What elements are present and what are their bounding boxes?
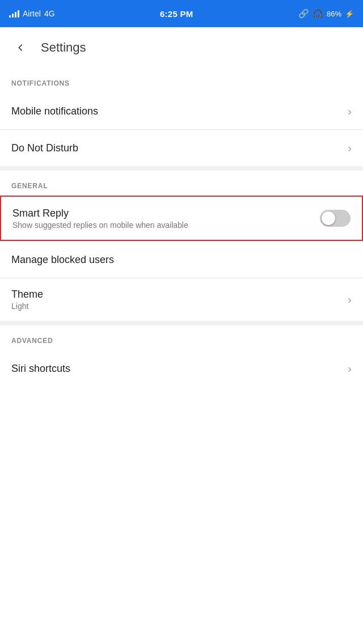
status-bar-time: 6:25 PM	[160, 9, 193, 19]
section-divider-1	[0, 166, 363, 171]
headphones-icon: 🎧	[313, 9, 323, 19]
general-section: GENERAL Smart Reply Show suggested repli…	[0, 171, 363, 321]
do-not-disturb-row[interactable]: Do Not Disturb ›	[0, 130, 363, 166]
notifications-section-label: NOTIFICATIONS	[0, 68, 363, 93]
section-divider-2	[0, 321, 363, 325]
mobile-notifications-chevron-icon: ›	[348, 105, 352, 118]
signal-bars-icon	[9, 10, 19, 18]
do-not-disturb-text: Do Not Disturb	[11, 142, 348, 154]
link-icon: 🔗	[298, 9, 309, 19]
theme-chevron-icon: ›	[348, 293, 352, 306]
general-section-label: GENERAL	[0, 171, 363, 196]
status-bar-right: 🔗 🎧 86% ⚡	[298, 9, 354, 19]
manage-blocked-users-title: Manage blocked users	[11, 254, 352, 266]
manage-blocked-users-text: Manage blocked users	[11, 254, 352, 266]
advanced-section-label: ADVANCED	[0, 325, 363, 350]
toggle-thumb	[322, 211, 335, 225]
status-bar: Airtel 4G 6:25 PM 🔗 🎧 86% ⚡	[0, 0, 363, 27]
siri-shortcuts-row[interactable]: Siri shortcuts ›	[0, 350, 363, 387]
app-bar: Settings	[0, 27, 363, 68]
theme-title: Theme	[11, 289, 348, 300]
theme-row[interactable]: Theme Light ›	[0, 278, 363, 321]
smart-reply-text: Smart Reply Show suggested replies on mo…	[12, 207, 320, 230]
do-not-disturb-chevron-icon: ›	[348, 142, 352, 155]
siri-shortcuts-title: Siri shortcuts	[11, 363, 348, 375]
back-chevron-icon	[14, 41, 27, 54]
smart-reply-toggle[interactable]	[320, 210, 351, 227]
theme-subtitle: Light	[11, 302, 348, 311]
battery-percent-label: 86%	[327, 10, 341, 18]
smart-reply-title: Smart Reply	[12, 207, 320, 219]
advanced-section: ADVANCED Siri shortcuts ›	[0, 325, 363, 387]
manage-blocked-users-row[interactable]: Manage blocked users	[0, 242, 363, 278]
mobile-notifications-title: Mobile notifications	[11, 105, 348, 117]
notifications-section: NOTIFICATIONS Mobile notifications › Do …	[0, 68, 363, 166]
page-title: Settings	[41, 40, 86, 55]
smart-reply-subtitle: Show suggested replies on mobile when av…	[12, 221, 320, 230]
mobile-notifications-row[interactable]: Mobile notifications ›	[0, 93, 363, 129]
siri-shortcuts-chevron-icon: ›	[348, 362, 352, 375]
toggle-track	[320, 210, 351, 227]
network-label: 4G	[44, 9, 55, 18]
back-button[interactable]	[9, 36, 32, 59]
carrier-label: Airtel	[23, 9, 41, 18]
smart-reply-row[interactable]: Smart Reply Show suggested replies on mo…	[0, 196, 363, 241]
theme-text: Theme Light	[11, 289, 348, 311]
status-bar-left: Airtel 4G	[9, 9, 55, 18]
siri-shortcuts-text: Siri shortcuts	[11, 363, 348, 375]
mobile-notifications-text: Mobile notifications	[11, 105, 348, 117]
battery-bolt-icon: ⚡	[345, 10, 354, 18]
do-not-disturb-title: Do Not Disturb	[11, 142, 348, 154]
